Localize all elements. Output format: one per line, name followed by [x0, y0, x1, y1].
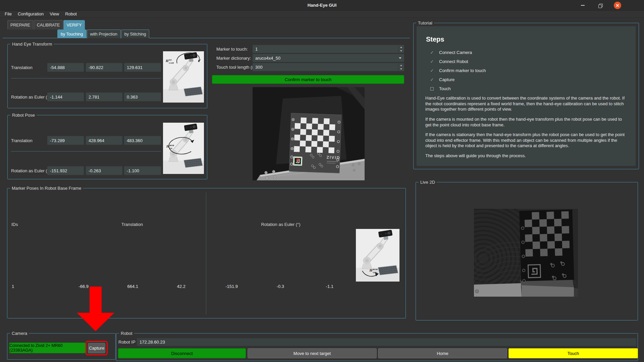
- het-rotation-x[interactable]: -1.144: [47, 93, 84, 101]
- menu-view[interactable]: View: [47, 11, 62, 17]
- rotation-label: Rotation as Euler (°): [11, 93, 50, 101]
- table-row[interactable]: 1-66.9664.142.2-151.9-0.3-1.1: [8, 282, 405, 292]
- minimize-icon: [581, 5, 585, 6]
- group-title: Live 2D: [419, 180, 437, 185]
- robot-ip-label: Robot IP: [118, 338, 136, 346]
- main-tab-bar: PREPARECALIBRATEVERIFY: [7, 20, 86, 29]
- group-title: Robot Pose: [10, 113, 37, 118]
- sub-tab-bar: by Touchingwith Projectionby Stitching: [57, 29, 150, 38]
- pose-rotation-x[interactable]: -151.932: [47, 166, 84, 175]
- spinner-buttons[interactable]: [398, 45, 404, 53]
- close-icon: ✕: [614, 2, 621, 9]
- translation-label: Translation: [11, 63, 33, 72]
- group-title: Robot: [119, 331, 134, 336]
- red-highlight-ring: [86, 341, 108, 355]
- steps-list: ✓Connect Camera✓Connect Robot✓Confirm ma…: [425, 50, 627, 91]
- camera-capture-image: ZIVID: [253, 87, 365, 180]
- robot-pose-diagram-image: HROBEE: [163, 123, 204, 174]
- tutorial-step-capture: ✓Capture: [429, 77, 627, 82]
- separator: [11, 78, 161, 78]
- disconnect-button[interactable]: Disconnect: [118, 348, 246, 358]
- confirm-marker-button[interactable]: Confirm marker to touch: [212, 75, 404, 84]
- table-cell: 1: [12, 282, 22, 292]
- marker-to-touch-value: 1: [255, 47, 258, 52]
- hand-eye-diagram-image: HEECAM: [163, 51, 204, 103]
- table-cell: -1.1: [307, 282, 333, 292]
- touch-tool-length-value: 300: [255, 65, 263, 70]
- check-icon: ✓: [429, 50, 435, 55]
- table-header-translation: Translation: [99, 222, 166, 227]
- robot-pose-group: Robot Pose Translation -73.289 428.964 4…: [7, 115, 207, 179]
- het-translation-x[interactable]: -54.888: [47, 63, 84, 72]
- separator: [11, 151, 161, 152]
- tutorial-step-touch: Touch: [429, 86, 627, 91]
- tab-calibrate[interactable]: CALIBRATE: [34, 20, 63, 29]
- camera-group: Camera Connected to Zivid 2+ MR60 (23383…: [7, 333, 116, 360]
- hand-eye-transform-group: Hand Eye Transform Translation -54.888 -…: [7, 44, 207, 108]
- unchecked-box-icon: [429, 87, 435, 90]
- tutorial-step-connect-camera: ✓Connect Camera: [429, 50, 627, 55]
- tutorial-paragraph: The steps above will guide you through t…: [425, 153, 627, 159]
- close-button[interactable]: ✕: [611, 0, 624, 11]
- het-rotation-y[interactable]: 2.781: [86, 93, 122, 101]
- minimize-button[interactable]: [576, 0, 589, 11]
- pose-translation-z[interactable]: 483.360: [124, 136, 161, 145]
- tutorial-step-confirm-marker-to-touch: ✓Confirm marker to touch: [429, 68, 627, 73]
- spinner-buttons[interactable]: [398, 63, 404, 71]
- checkbox-empty: [430, 87, 434, 90]
- rotation-label: Rotation as Euler (°): [11, 166, 50, 175]
- subtab-with-projection[interactable]: with Projection: [87, 29, 121, 38]
- table-cell: 42.2: [159, 282, 185, 292]
- menu-bar: FileConfigurationViewRobot: [0, 11, 644, 18]
- camera-status-button[interactable]: Connected to Zivid 2+ MR60 (23383AGA): [9, 343, 86, 353]
- marker-diagram-image: HROBOBJ: [356, 229, 399, 282]
- translation-label: Translation: [11, 136, 33, 145]
- het-rotation-z[interactable]: 0.363: [124, 93, 161, 101]
- svg-text:ZIVID: ZIVID: [326, 155, 340, 160]
- het-translation-z[interactable]: 129.631: [124, 63, 161, 72]
- menu-configuration[interactable]: Configuration: [15, 11, 47, 17]
- maximize-button[interactable]: [593, 0, 607, 11]
- group-title: Hand Eye Transform: [10, 42, 54, 47]
- step-label: Connect Robot: [439, 59, 468, 64]
- menu-file[interactable]: File: [2, 11, 15, 17]
- live-2d-image: [474, 209, 578, 297]
- pose-translation-y[interactable]: 428.964: [86, 136, 122, 145]
- touch-button[interactable]: Touch: [508, 348, 638, 358]
- spin-up-icon: [400, 47, 402, 48]
- robot-group: Robot Robot IP 172.28.60.23 DisconnectMo…: [116, 333, 638, 361]
- step-label: Touch: [439, 86, 451, 91]
- subtab-by-stitching[interactable]: by Stitching: [121, 29, 150, 38]
- robot-ip-field[interactable]: 172.28.60.23: [137, 338, 636, 346]
- group-title: Tutorial: [416, 20, 434, 25]
- check-icon: ✓: [429, 68, 435, 73]
- tab-prepare[interactable]: PREPARE: [7, 20, 33, 29]
- pose-rotation-z[interactable]: -1.100: [124, 166, 161, 175]
- tutorial-panel: Steps ✓Connect Camera✓Connect Robot✓Conf…: [417, 26, 636, 166]
- step-label: Connect Camera: [439, 50, 472, 55]
- het-translation-y[interactable]: -90.822: [86, 63, 122, 72]
- check-icon: ✓: [429, 77, 435, 82]
- subtab-by-touching[interactable]: by Touching: [57, 29, 87, 38]
- group-title: Camera: [10, 331, 29, 336]
- column-divider: [206, 192, 206, 315]
- move-to-next-target-button[interactable]: Move to next target: [248, 348, 377, 358]
- menu-robot[interactable]: Robot: [62, 11, 80, 17]
- table-header-rotation: Rotation as Euler (°): [247, 222, 314, 227]
- marker-dictionary-combobox[interactable]: aruco4x4_50: [253, 54, 404, 62]
- group-title: Marker Poses In Robot Base Frame: [10, 186, 83, 191]
- step-label: Confirm marker to touch: [439, 68, 486, 73]
- tab-verify[interactable]: VERIFY: [63, 20, 85, 29]
- touch-tool-length-spinbox[interactable]: 300: [253, 63, 404, 71]
- home-button[interactable]: Home: [378, 348, 507, 358]
- check-icon: ✓: [429, 59, 435, 64]
- red-annotation-arrow: [75, 287, 116, 332]
- pose-rotation-y[interactable]: -0.263: [86, 166, 122, 175]
- chevron-down-icon: [399, 57, 401, 59]
- marker-dictionary-value: aruco4x4_50: [255, 56, 280, 61]
- marker-to-touch-spinbox[interactable]: 1: [253, 45, 404, 53]
- tutorial-group: Tutorial Steps ✓Connect Camera✓Connect R…: [413, 23, 639, 169]
- marker-to-touch-label: Marker to touch:: [216, 45, 248, 53]
- marker-dictionary-label: Marker dictionary:: [216, 54, 251, 62]
- pose-translation-x[interactable]: -73.289: [47, 136, 84, 145]
